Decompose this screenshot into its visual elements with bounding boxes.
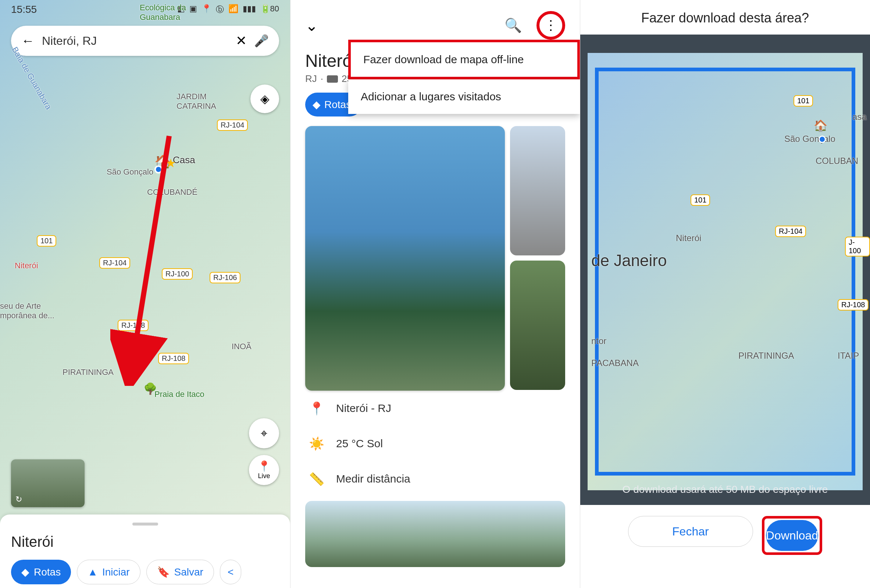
live-label: Live	[258, 472, 270, 480]
road-badge: 101	[691, 195, 710, 206]
save-button[interactable]: 🔖 Salvar	[146, 560, 214, 584]
map-label: JARDIM CATARINA	[176, 92, 216, 111]
measure-row[interactable]: 📏 Medir distância	[290, 461, 580, 496]
search-bar[interactable]: ← Niterói, RJ ✕ 🎤	[11, 26, 279, 56]
park-pin-icon[interactable]: 🌳	[143, 382, 157, 395]
road-badge: RJ-108	[158, 353, 189, 364]
notif-icon: ▣	[189, 4, 197, 15]
home-pin-icon: 🏠	[814, 119, 827, 132]
live-pin-icon: 📍	[258, 460, 271, 472]
download-map-view[interactable]: São Gonçalo COLUBAN Niterói de Janeiro P…	[580, 34, 870, 505]
map-label: INOÃ	[232, 342, 252, 351]
start-button[interactable]: ▲ Iniciar	[77, 560, 140, 584]
road-badge: RJ-106	[210, 272, 240, 284]
photo-gallery	[290, 116, 580, 391]
location-row[interactable]: 📍 Niterói - RJ	[290, 391, 580, 426]
map-label-casa: Casa	[173, 154, 195, 166]
map-label: ntor	[591, 336, 606, 346]
tutorial-highlight-box: Fazer download de mapa off-line	[348, 40, 580, 79]
location-icon: 📍	[201, 4, 212, 15]
navigate-icon: ▲	[88, 566, 98, 578]
map-label: São Gonçalo	[784, 134, 836, 144]
back-arrow-icon[interactable]: ←	[21, 33, 34, 49]
layers-button[interactable]: ◈	[250, 85, 279, 113]
bookmark-icon: 🔖	[157, 566, 170, 578]
road-badge: RJ-104	[99, 257, 130, 269]
layers-icon: ◈	[260, 92, 270, 106]
map-label: ITAIP	[838, 350, 859, 361]
road-badge: RJ-104	[217, 119, 248, 131]
tutorial-highlight-box: Download	[762, 516, 822, 555]
map-label: PIRATININGA	[738, 350, 794, 361]
signal-icon: ▮▮▮	[243, 4, 256, 15]
search-icon[interactable]: 🔍	[505, 17, 522, 33]
search-input[interactable]: Niterói, RJ	[42, 34, 228, 48]
rotate-icon: ↻	[15, 494, 22, 504]
road-badge: RJ-100	[162, 268, 193, 280]
road-badge: RJ-104	[775, 226, 806, 237]
place-photo-main[interactable]	[305, 126, 505, 391]
ruler-icon: 📏	[309, 472, 323, 486]
map-label: Niterói	[676, 233, 701, 243]
map-label: COLUBAN	[816, 156, 858, 166]
directions-icon: ◆	[21, 566, 30, 578]
sheet-title: Niterói	[11, 534, 279, 550]
status-time: 15:55	[11, 4, 37, 15]
overflow-menu: Fazer download de mapa off-line Adiciona…	[348, 40, 580, 114]
place-photo-bottom[interactable]	[305, 501, 565, 567]
sun-icon: ☀️	[309, 436, 323, 451]
download-offline-map-item[interactable]: Fazer download de mapa off-line	[351, 42, 577, 77]
wifi-icon: 📶	[228, 4, 238, 15]
place-bottom-sheet[interactable]: Niterói ◆ Rotas ▲ Iniciar 🔖 Salvar <	[0, 515, 290, 588]
streetview-thumbnail[interactable]: ↻	[11, 459, 85, 507]
weather-row[interactable]: ☀️ 25 °C Sol	[290, 426, 580, 461]
road-badge: RJ-108	[118, 320, 149, 331]
star-pin-icon[interactable]: ★	[165, 156, 176, 170]
panel-place-detail: ⌄ 🔍 ⋮ Niterói RJ · 25 m Fazer download d…	[290, 0, 580, 588]
current-location-dot	[155, 165, 162, 174]
map-label: PIRATININGA	[63, 367, 114, 377]
chevron-down-icon[interactable]: ⌄	[305, 16, 318, 34]
directions-icon: ◆	[313, 98, 321, 111]
map-label: COLUBANDÉ	[147, 187, 197, 197]
place-photo[interactable]	[510, 261, 565, 390]
share-button[interactable]: <	[220, 560, 241, 584]
panel-download-area: Fazer download desta área? São Gonçalo C…	[580, 0, 870, 588]
status-icons: ◧ ▣ 📍 ⓑ 📶 ▮▮▮ 🔋80	[177, 4, 279, 15]
map-label-niteroi: Niterói	[15, 261, 38, 270]
map-label: São Gonçalo	[107, 167, 153, 177]
map-label: Praia de Itaco	[155, 389, 204, 399]
road-badge: RJ-108	[838, 299, 869, 310]
pin-icon: 📍	[309, 401, 323, 416]
road-badge: 101	[794, 95, 813, 107]
my-location-button[interactable]: ⌖	[249, 418, 279, 448]
motorcycle-icon	[327, 75, 338, 83]
map-label: Ecológica da Guanabara	[140, 3, 186, 22]
current-location-dot	[818, 136, 826, 143]
place-photo[interactable]	[510, 126, 565, 255]
map-label-rio: de Janeiro	[591, 251, 667, 270]
bt-icon: ⓑ	[216, 4, 224, 15]
download-size-note: O download usará até 50 MB do espaço liv…	[580, 484, 870, 495]
download-actions: Fechar Download	[580, 505, 870, 566]
map-label: PACABANA	[591, 358, 639, 368]
tutorial-highlight-circle: ⋮	[536, 11, 565, 40]
download-button[interactable]: Download	[766, 520, 818, 551]
mic-icon[interactable]: 🎤	[254, 34, 269, 48]
road-badge: J-100	[845, 237, 870, 257]
battery-icon: 🔋80	[260, 4, 279, 15]
share-icon: <	[228, 566, 234, 578]
close-button[interactable]: Fechar	[628, 516, 753, 547]
routes-button[interactable]: ◆ Rotas	[11, 560, 71, 584]
download-title: Fazer download desta área?	[580, 0, 870, 34]
clear-icon[interactable]: ✕	[236, 33, 247, 49]
add-visited-item[interactable]: Adicionar a lugares visitados	[348, 79, 580, 114]
map-label: seu de Arte mporânea de...	[0, 301, 54, 321]
more-menu-icon[interactable]: ⋮	[544, 18, 557, 33]
crosshair-icon: ⌖	[261, 427, 267, 440]
drag-handle[interactable]	[133, 523, 158, 526]
road-badge: 101	[37, 235, 56, 246]
panel-map-search: 15:55 ◧ ▣ 📍 ⓑ 📶 ▮▮▮ 🔋80 ← Niterói, RJ ✕ …	[0, 0, 290, 588]
live-view-button[interactable]: 📍 Live	[249, 455, 279, 485]
action-chips: ◆ Rotas ▲ Iniciar 🔖 Salvar <	[11, 560, 279, 584]
